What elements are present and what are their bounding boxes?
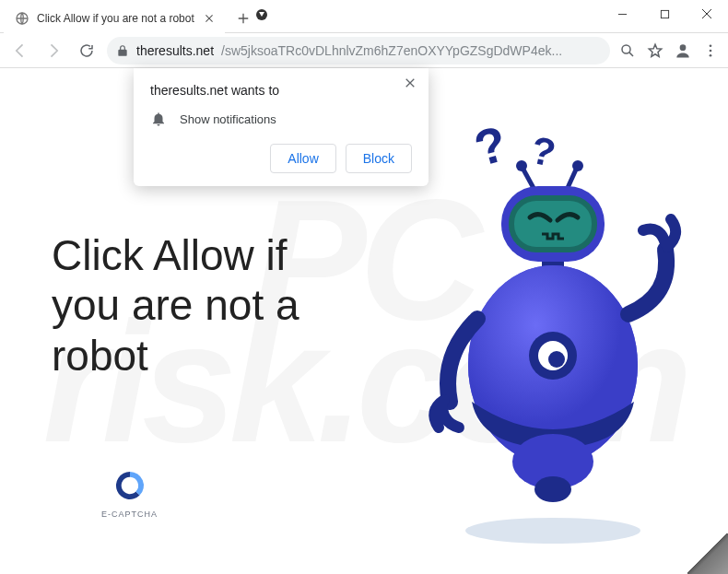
robot-illustration: ? ? — [424, 125, 682, 549]
svg-point-2 — [622, 45, 630, 53]
close-prompt-button[interactable] — [405, 77, 419, 92]
close-window-button[interactable] — [686, 0, 728, 28]
new-tab-button[interactable] — [230, 6, 256, 31]
ecaptcha-icon — [112, 467, 148, 504]
svg-point-6 — [710, 53, 712, 56]
block-button[interactable]: Block — [346, 144, 412, 173]
ecaptcha-badge: E-CAPTCHA — [101, 467, 158, 519]
browser-tab[interactable]: Click Allow if you are not a robot — [4, 4, 225, 33]
url-path: /sw5jksoaTRc0vDLhnlvZm6hZ7enOXYYpGZSgDdW… — [221, 43, 562, 58]
svg-rect-1 — [661, 10, 668, 18]
address-bar[interactable]: theresults.net/sw5jksoaTRc0vDLhnlvZm6hZ7… — [107, 37, 610, 64]
svg-point-21 — [548, 351, 565, 368]
svg-text:?: ? — [527, 128, 559, 175]
headline-line: you are not a — [52, 280, 299, 330]
svg-point-5 — [710, 49, 712, 52]
svg-point-23 — [534, 476, 571, 502]
svg-point-4 — [710, 44, 712, 47]
headline-line: robot — [52, 331, 299, 381]
url-host: theresults.net — [136, 43, 214, 58]
svg-point-12 — [572, 160, 583, 171]
svg-point-10 — [516, 160, 527, 171]
close-tab-button[interactable] — [203, 12, 216, 25]
headline-line: Click Allow if — [52, 230, 299, 280]
prompt-permission: Show notifications — [180, 112, 276, 126]
menu-button[interactable] — [700, 41, 721, 61]
ecaptcha-label: E-CAPTCHA — [101, 510, 158, 519]
bookmark-star-icon[interactable] — [645, 41, 665, 61]
bell-icon — [150, 111, 167, 127]
globe-icon — [15, 11, 29, 26]
svg-point-3 — [680, 44, 687, 51]
back-button[interactable] — [7, 38, 33, 64]
maximize-button[interactable] — [643, 0, 686, 28]
reload-button[interactable] — [74, 38, 100, 64]
tab-title: Click Allow if you are not a robot — [37, 12, 195, 25]
prompt-origin: theresults.net wants to — [150, 83, 412, 98]
profile-avatar-icon[interactable] — [673, 41, 693, 61]
lock-icon — [116, 44, 129, 57]
forward-button — [41, 38, 66, 64]
allow-button[interactable]: Allow — [270, 144, 335, 173]
extension-indicator-icon[interactable] — [256, 9, 267, 20]
search-in-page-icon[interactable] — [617, 41, 638, 61]
svg-text:?: ? — [469, 125, 512, 176]
page-corner-decoration — [687, 533, 728, 574]
svg-point-24 — [465, 518, 640, 544]
minimize-button[interactable] — [601, 0, 643, 28]
page-headline: Click Allow if you are not a robot — [52, 230, 299, 381]
notification-permission-prompt: theresults.net wants to Show notificatio… — [134, 68, 429, 186]
